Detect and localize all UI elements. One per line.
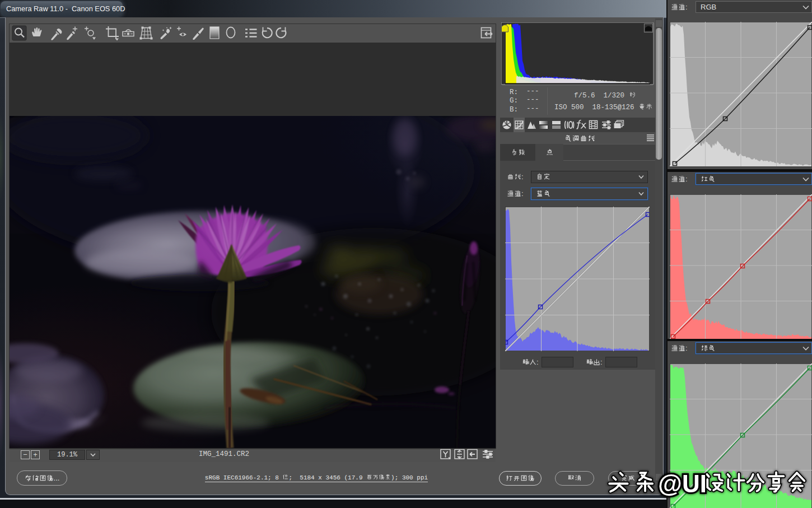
svg-text:@UI: @UI bbox=[658, 470, 707, 497]
